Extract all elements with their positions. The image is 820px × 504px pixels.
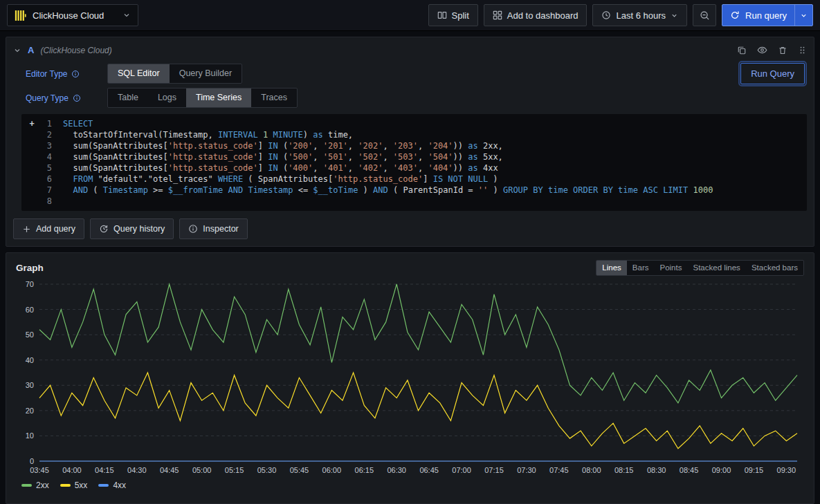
add-query-button[interactable]: Add query <box>13 218 84 239</box>
toolbar-actions: Split Add to dashboard Last 6 hours <box>428 4 813 26</box>
gutter-spacer <box>24 151 39 162</box>
add-to-dashboard-button[interactable]: Add to dashboard <box>484 4 587 26</box>
svg-text:09:30: 09:30 <box>777 466 796 474</box>
datasource-picker[interactable]: ClickHouse Cloud <box>7 4 138 26</box>
code-line: 6 FROM "default"."otel_traces" WHERE ( S… <box>24 174 804 185</box>
plus-icon <box>22 225 31 234</box>
gutter-plus-icon[interactable]: + <box>24 118 39 129</box>
graph-header: Graph LinesBarsPointsStacked linesStacke… <box>16 259 804 276</box>
option-time-series[interactable]: Time Series <box>186 88 251 107</box>
graph-panel-title: Graph <box>16 263 44 273</box>
svg-text:03:45: 03:45 <box>30 466 49 474</box>
query-type-label: Query Type <box>26 93 69 103</box>
drag-handle-icon[interactable] <box>798 46 807 55</box>
code-text: AND ( Timestamp >= $__fromTime AND Times… <box>63 185 713 196</box>
line-number: 7 <box>39 185 52 196</box>
gutter-spacer <box>24 140 39 151</box>
svg-text:70: 70 <box>26 280 34 288</box>
svg-text:06:45: 06:45 <box>419 466 439 474</box>
time-range-picker[interactable]: Last 6 hours <box>592 4 687 26</box>
code-line: 3 sum(SpanAttributes['http.status_code']… <box>24 140 804 151</box>
editor-type-row: Editor Type SQL EditorQuery Builder Run … <box>26 63 807 84</box>
query-type-toggle: TableLogsTime SeriesTraces <box>107 88 298 108</box>
time-range-label: Last 6 hours <box>616 10 666 21</box>
legend-item-2xx[interactable]: 2xx <box>21 480 49 490</box>
sql-editor[interactable]: +1SELECT2 toStartOfInterval(Timestamp, I… <box>21 114 807 211</box>
svg-text:07:00: 07:00 <box>452 466 471 474</box>
timeseries-chart[interactable]: 01020304050607003:4504:0004:1504:3004:45… <box>16 279 804 478</box>
graph-panel: Graph LinesBarsPointsStacked linesStacke… <box>6 252 814 504</box>
split-button[interactable]: Split <box>428 4 478 26</box>
line-number: 4 <box>39 151 52 162</box>
option-table[interactable]: Table <box>108 88 148 107</box>
svg-text:04:30: 04:30 <box>127 466 147 474</box>
legend-item-5xx[interactable]: 5xx <box>60 480 88 490</box>
option-query-builder[interactable]: Query Builder <box>170 64 242 83</box>
svg-text:0: 0 <box>30 457 34 465</box>
svg-text:10: 10 <box>26 431 34 440</box>
line-number: 1 <box>39 118 52 129</box>
toggle-visibility-eye-icon[interactable] <box>757 45 767 55</box>
svg-text:08:15: 08:15 <box>614 466 634 474</box>
add-to-dashboard-label: Add to dashboard <box>507 10 578 21</box>
delete-query-trash-icon[interactable] <box>778 46 787 55</box>
option-stacked-bars[interactable]: Stacked bars <box>746 261 803 275</box>
gutter-spacer <box>24 129 39 140</box>
option-logs[interactable]: Logs <box>148 88 186 107</box>
run-query-dropdown-caret[interactable] <box>794 5 812 26</box>
line-number: 3 <box>39 140 52 151</box>
info-circle-icon[interactable] <box>71 70 80 78</box>
collapse-chevron-icon[interactable] <box>13 46 21 55</box>
svg-text:05:15: 05:15 <box>225 466 244 474</box>
line-number: 6 <box>39 174 52 185</box>
clock-icon <box>601 10 611 20</box>
code-text: sum(SpanAttributes['http.status_code'] I… <box>63 151 503 162</box>
svg-text:04:45: 04:45 <box>160 466 179 474</box>
option-traces[interactable]: Traces <box>251 88 297 107</box>
clickhouse-logo-icon <box>15 10 26 21</box>
inspector-label: Inspector <box>203 224 238 234</box>
chevron-down-icon <box>122 11 131 19</box>
svg-text:06:15: 06:15 <box>355 466 374 474</box>
run-query-toolbar-button[interactable]: Run query <box>722 4 813 26</box>
code-line: 4 sum(SpanAttributes['http.status_code']… <box>24 151 804 162</box>
svg-text:07:15: 07:15 <box>484 466 504 474</box>
option-lines[interactable]: Lines <box>596 261 627 275</box>
inspector-button[interactable]: Inspector <box>179 218 247 239</box>
info-circle-icon[interactable] <box>73 94 81 102</box>
code-text: FROM "default"."otel_traces" WHERE ( Spa… <box>63 174 498 185</box>
query-panel-header: A (ClickHouse Cloud) <box>13 41 807 59</box>
info-circle-icon <box>188 224 198 234</box>
search-minus-icon <box>700 10 710 21</box>
query-header-icons <box>737 45 807 55</box>
add-query-label: Add query <box>36 224 75 234</box>
duplicate-query-icon[interactable] <box>737 46 747 55</box>
query-history-button[interactable]: Query history <box>90 218 174 239</box>
option-points[interactable]: Points <box>655 261 688 275</box>
history-icon <box>99 224 109 234</box>
query-editor-panel: A (ClickHouse Cloud) Editor Type SQL Edi… <box>6 37 814 247</box>
option-stacked-lines[interactable]: Stacked lines <box>687 261 745 275</box>
sync-icon <box>730 10 740 20</box>
split-button-label: Split <box>452 10 469 21</box>
svg-text:20: 20 <box>26 407 34 415</box>
option-bars[interactable]: Bars <box>627 261 655 275</box>
query-actions-row: Add query Query history Inspector <box>13 218 807 239</box>
editor-type-toggle: SQL EditorQuery Builder <box>107 64 242 84</box>
svg-text:05:45: 05:45 <box>290 466 309 474</box>
run-query-toolbar-label: Run query <box>745 10 787 21</box>
svg-text:05:00: 05:00 <box>192 466 212 474</box>
svg-text:07:30: 07:30 <box>517 466 536 474</box>
query-history-label: Query history <box>113 224 165 234</box>
datasource-name: ClickHouse Cloud <box>33 10 104 21</box>
zoom-out-button[interactable] <box>693 4 716 26</box>
svg-text:08:30: 08:30 <box>647 466 666 474</box>
legend-label: 5xx <box>75 480 88 490</box>
legend-item-4xx[interactable]: 4xx <box>98 480 126 490</box>
code-text: sum(SpanAttributes['http.status_code'] I… <box>63 140 503 151</box>
chart-legend: 2xx5xx4xx <box>21 480 804 490</box>
run-query-panel-button[interactable]: Run Query <box>740 63 805 84</box>
svg-text:09:00: 09:00 <box>712 466 731 474</box>
option-sql-editor[interactable]: SQL Editor <box>108 64 170 83</box>
svg-text:04:00: 04:00 <box>62 466 82 474</box>
